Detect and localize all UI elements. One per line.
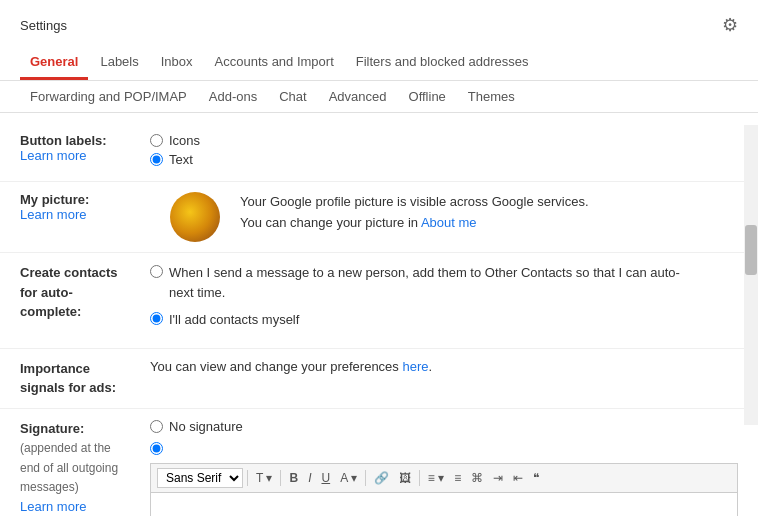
ol-button[interactable]: ≡ [450,469,465,487]
toolbar-sep-4 [419,470,420,486]
italic-button[interactable]: I [304,469,315,487]
tab-chat[interactable]: Chat [269,81,316,112]
button-label-text-radio[interactable] [150,153,163,166]
toolbar-sep-3 [365,470,366,486]
toolbar-sep-2 [280,470,281,486]
importance-here-link[interactable]: here [402,359,428,374]
ul-button[interactable]: ⌘ [467,469,487,487]
toolbar-sep-1 [247,470,248,486]
importance-signals-label: Importance signals for ads: [20,359,150,398]
signature-row: Signature: (appended at the end of all o… [0,409,758,517]
contacts-manual-radio[interactable] [150,312,163,325]
custom-signature-radio[interactable] [150,442,163,455]
create-contacts-row: Create contacts for auto- complete: When… [0,253,758,349]
no-signature-option: No signature [150,419,738,434]
button-label-text-option: Text [150,152,738,167]
importance-signals-row: Importance signals for ads: You can view… [0,349,758,409]
create-contacts-content: When I send a message to a new person, a… [150,263,738,338]
signature-sublabel3: messages) [20,480,79,494]
button-label-icons-text: Icons [169,133,200,148]
align-button[interactable]: ≡ ▾ [424,469,448,487]
tab-advanced[interactable]: Advanced [319,81,397,112]
my-picture-row: My picture: Learn more Your Google profi… [0,182,758,253]
button-labels-learn-more[interactable]: Learn more [20,148,150,163]
outdent-button[interactable]: ⇤ [509,469,527,487]
image-button[interactable]: 🖼 [395,469,415,487]
signature-toolbar: Sans Serif T ▾ B I U A ▾ 🔗 🖼 ≡ ▾ ≡ ⌘ [150,463,738,492]
no-signature-label: No signature [169,419,243,434]
about-me-link[interactable]: About me [421,215,477,230]
importance-signals-text: You can view and change your preferences… [150,359,432,374]
font-color-button[interactable]: A ▾ [336,469,361,487]
quote-button[interactable]: ❝ [529,469,543,487]
signature-sublabel: (appended at the [20,441,111,455]
profile-picture [170,192,220,242]
tab-filters[interactable]: Filters and blocked addresses [346,46,539,80]
font-size-button[interactable]: T ▾ [252,469,276,487]
signature-sublabel2: end of all outgoing [20,461,118,475]
create-contacts-label: Create contacts for auto- complete: [20,263,150,322]
contacts-manual-option: I'll add contacts myself [150,310,738,330]
custom-signature-option [150,442,738,455]
main-nav: General Labels Inbox Accounts and Import… [0,46,758,81]
sub-nav: Forwarding and POP/IMAP Add-ons Chat Adv… [0,81,758,113]
tab-forwarding[interactable]: Forwarding and POP/IMAP [20,81,197,112]
page-scrollbar[interactable] [744,125,758,425]
scrollbar-thumb[interactable] [745,225,757,275]
tab-labels[interactable]: Labels [90,46,148,80]
page-title: Settings [20,18,67,33]
font-select[interactable]: Sans Serif [157,468,243,488]
profile-text-line2-before: You can change your picture in [240,215,421,230]
tab-addons[interactable]: Add-ons [199,81,267,112]
profile-text: Your Google profile picture is visible a… [240,192,589,234]
underline-button[interactable]: U [317,469,334,487]
my-picture-label: My picture: Learn more [20,192,150,222]
signature-editor[interactable] [150,492,738,517]
signature-label: Signature: (appended at the end of all o… [20,419,150,517]
gear-icon[interactable]: ⚙ [722,14,738,36]
tab-inbox[interactable]: Inbox [151,46,203,80]
button-label-icons-option: Icons [150,133,738,148]
indent-button[interactable]: ⇥ [489,469,507,487]
button-labels-content: Icons Text [150,133,738,171]
profile-text-line1: Your Google profile picture is visible a… [240,194,589,209]
tab-offline[interactable]: Offline [399,81,456,112]
bold-button[interactable]: B [285,469,302,487]
signature-learn-more[interactable]: Learn more [20,497,150,517]
button-labels-row: Button labels: Learn more Icons Text [0,123,758,182]
contacts-manual-text: I'll add contacts myself [169,310,299,330]
no-signature-radio[interactable] [150,420,163,433]
link-button[interactable]: 🔗 [370,469,393,487]
tab-general[interactable]: General [20,46,88,80]
my-picture-learn-more[interactable]: Learn more [20,207,150,222]
tab-accounts-import[interactable]: Accounts and Import [205,46,344,80]
button-label-text-text: Text [169,152,193,167]
settings-content: Button labels: Learn more Icons Text My … [0,113,758,516]
contacts-auto-text: When I send a message to a new person, a… [169,263,680,302]
tab-themes[interactable]: Themes [458,81,525,112]
button-labels-label: Button labels: Learn more [20,133,150,163]
contacts-auto-radio[interactable] [150,265,163,278]
signature-content: No signature Sans Serif T ▾ B I U A ▾ [150,419,738,517]
contacts-auto-option: When I send a message to a new person, a… [150,263,738,302]
button-label-icons-radio[interactable] [150,134,163,147]
